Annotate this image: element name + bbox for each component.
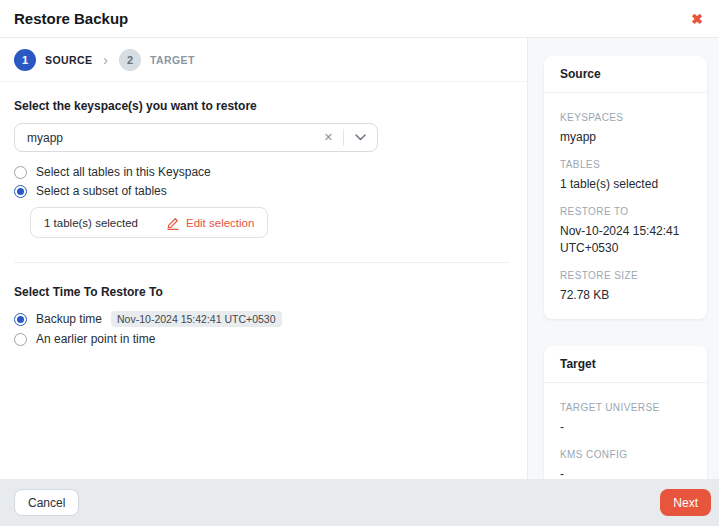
source-field-value: 72.78 KB	[560, 287, 691, 303]
form-content: Select the keyspace(s) you want to resto…	[0, 82, 527, 479]
radio-all-tables[interactable]: Select all tables in this Keyspace	[14, 165, 510, 179]
source-card-title: Source	[544, 56, 707, 93]
radio-all-tables-label: Select all tables in this Keyspace	[36, 165, 211, 179]
backup-time-badge: Nov-10-2024 15:42:41 UTC+0530	[111, 311, 281, 327]
chevron-down-icon[interactable]	[344, 134, 377, 141]
restore-backup-modal: Restore Backup ✖ 1 SOURCE › 2 TARGET Sel…	[0, 0, 719, 526]
step-source-label: SOURCE	[45, 54, 92, 66]
target-card-title: Target	[544, 346, 707, 383]
radio-backup-time-control[interactable]	[14, 313, 27, 326]
clear-icon[interactable]: ✕	[314, 131, 343, 144]
pencil-icon	[166, 216, 180, 230]
step-source[interactable]: 1 SOURCE	[14, 49, 92, 71]
edit-selection-label: Edit selection	[186, 217, 254, 229]
table-selection-summary-box: 1 table(s) selected Edit selection	[30, 207, 268, 238]
radio-subset-tables[interactable]: Select a subset of tables	[14, 184, 510, 198]
radio-earlier-point-label: An earlier point in time	[36, 332, 155, 346]
target-field-label: TARGET UNIVERSE	[560, 402, 691, 413]
edit-selection-button[interactable]: Edit selection	[166, 216, 254, 230]
cancel-button[interactable]: Cancel	[14, 489, 79, 516]
summary-sidebar: Source KEYSPACES myapp TABLES 1 table(s)…	[527, 38, 719, 479]
step-target[interactable]: 2 TARGET	[119, 49, 195, 71]
wizard-stepper: 1 SOURCE › 2 TARGET	[0, 38, 527, 82]
source-field-label: KEYSPACES	[560, 112, 691, 123]
source-field-value: Nov-10-2024 15:42:41 UTC+0530	[560, 223, 691, 255]
modal-titlebar: Restore Backup ✖	[0, 0, 719, 38]
step-source-number: 1	[14, 49, 36, 71]
source-field-value: myapp	[560, 129, 691, 145]
target-field-label: KMS CONFIG	[560, 449, 691, 460]
source-field-label: RESTORE SIZE	[560, 270, 691, 281]
step-target-label: TARGET	[150, 54, 195, 66]
target-field-value: -	[560, 466, 691, 479]
main-panel: 1 SOURCE › 2 TARGET Select the keyspace(…	[0, 38, 527, 479]
radio-subset-tables-control[interactable]	[14, 185, 27, 198]
target-field-value: -	[560, 419, 691, 435]
section-divider	[14, 262, 510, 263]
keyspace-select[interactable]: myapp ✕	[14, 123, 378, 152]
page-title: Restore Backup	[14, 10, 128, 27]
radio-subset-tables-label: Select a subset of tables	[36, 184, 167, 198]
step-target-number: 2	[119, 49, 141, 71]
source-summary-card: Source KEYSPACES myapp TABLES 1 table(s)…	[544, 56, 707, 319]
keyspace-select-value: myapp	[15, 131, 314, 145]
source-field-label: RESTORE TO	[560, 206, 691, 217]
radio-backup-time[interactable]: Backup time Nov-10-2024 15:42:41 UTC+053…	[14, 311, 510, 327]
selection-summary: 1 table(s) selected	[44, 217, 138, 229]
close-icon[interactable]: ✖	[689, 10, 705, 28]
radio-all-tables-control[interactable]	[14, 166, 27, 179]
next-button[interactable]: Next	[660, 489, 711, 516]
source-field-value: 1 table(s) selected	[560, 176, 691, 192]
target-summary-card: Target TARGET UNIVERSE - KMS CONFIG -	[544, 346, 707, 479]
source-field-label: TABLES	[560, 159, 691, 170]
chevron-right-icon: ›	[103, 53, 108, 67]
keyspace-select-label: Select the keyspace(s) you want to resto…	[14, 99, 510, 113]
restore-time-label: Select Time To Restore To	[14, 285, 510, 299]
radio-earlier-point[interactable]: An earlier point in time	[14, 332, 510, 346]
radio-earlier-point-control[interactable]	[14, 333, 27, 346]
radio-backup-time-label: Backup time	[36, 312, 102, 326]
modal-footer: Cancel Next	[0, 479, 719, 526]
